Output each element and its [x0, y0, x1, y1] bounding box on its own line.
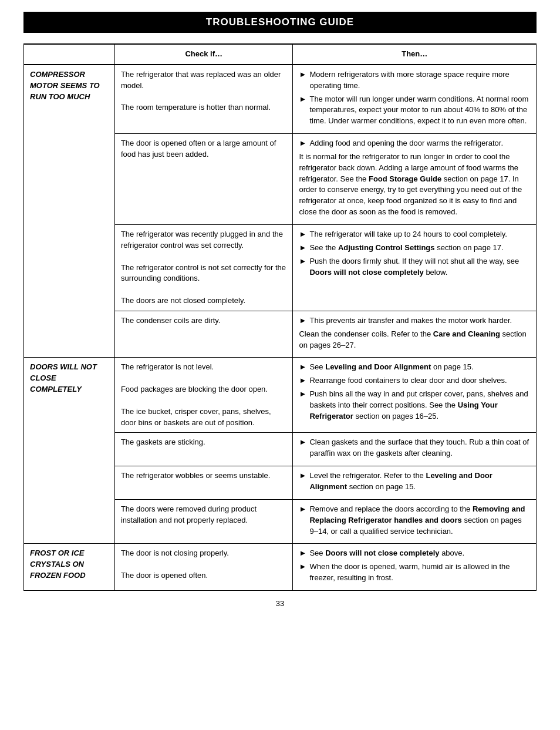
- then-cell: ►Adding food and opening the door warms …: [293, 134, 537, 225]
- then-text: Remove and replace the doors according t…: [309, 504, 530, 537]
- then-item: Clean the condenser coils. Refer to the …: [299, 329, 530, 351]
- check-cell: The refrigerator that was replaced was a…: [114, 65, 293, 134]
- check-cell: The door is not closing properly.The doo…: [114, 544, 293, 591]
- then-cell: ►The refrigerator will take up to 24 hou…: [293, 224, 537, 311]
- bullet-arrow: ►: [299, 437, 307, 448]
- then-item: ►See the Adjusting Control Settings sect…: [299, 243, 530, 254]
- then-text: When the door is opened, warm, humid air…: [309, 561, 530, 584]
- bullet-arrow: ►: [299, 375, 307, 386]
- then-text: Modern refrigerators with more storage s…: [309, 69, 530, 92]
- check-cell: The gaskets are sticking.: [114, 433, 293, 466]
- then-text: Push bins all the way in and put crisper…: [309, 389, 530, 422]
- check-cell: The refrigerator wobbles or seems unstab…: [114, 466, 293, 500]
- issue-cell: DOORS WILL NOT CLOSE COMPLETELY: [24, 358, 115, 544]
- page-number: 33: [23, 599, 537, 608]
- then-text: Adding food and opening the door warms t…: [309, 138, 530, 149]
- check-cell: The condenser coils are dirty.: [114, 311, 293, 358]
- check-cell: The doors were removed during product in…: [114, 499, 293, 544]
- then-text: See the Adjusting Control Settings secti…: [309, 243, 530, 254]
- then-item: ►Remove and replace the doors according …: [299, 504, 530, 537]
- then-cell: ►Modern refrigerators with more storage …: [293, 65, 537, 134]
- bullet-arrow: ►: [299, 548, 307, 559]
- then-item: ►This prevents air transfer and makes th…: [299, 315, 530, 327]
- then-item: It is normal for the refrigerator to run…: [299, 152, 530, 218]
- then-item: ►See Doors will not close completely abo…: [299, 548, 530, 559]
- then-text: Clean gaskets and the surface that they …: [309, 437, 530, 459]
- bullet-arrow: ►: [299, 94, 307, 105]
- then-item: ►Clean gaskets and the surface that they…: [299, 437, 530, 459]
- bullet-arrow: ►: [299, 138, 307, 149]
- then-cell: ►Clean gaskets and the surface that they…: [293, 433, 537, 466]
- table-row: COMPRESSOR MOTOR SEEMS TO RUN TOO MUCHTh…: [24, 65, 537, 134]
- then-item: ►Push the doors firmly shut. If they wil…: [299, 256, 530, 278]
- then-cell: ►Remove and replace the doors according …: [293, 499, 537, 544]
- check-cell: The refrigerator is not level.Food packa…: [114, 358, 293, 433]
- bullet-arrow: ►: [299, 256, 307, 267]
- then-text: Rearrange food containers to clear door …: [309, 375, 530, 386]
- bullet-arrow: ►: [299, 229, 307, 240]
- then-text: This prevents air transfer and makes the…: [309, 315, 530, 327]
- then-item: ►Level the refrigerator. Refer to the Le…: [299, 470, 530, 493]
- then-item: ►When the door is opened, warm, humid ai…: [299, 561, 530, 584]
- then-item: ►The motor will run longer under warm co…: [299, 94, 530, 127]
- bullet-arrow: ►: [299, 561, 307, 573]
- then-cell: ►Level the refrigerator. Refer to the Le…: [293, 466, 537, 500]
- then-item: ►See Leveling and Door Alignment on page…: [299, 362, 530, 373]
- table-row: FROST OR ICE CRYSTALS ON FROZEN FOODThe …: [24, 544, 537, 591]
- then-cell: ►See Doors will not close completely abo…: [293, 544, 537, 591]
- then-text: The motor will run longer under warm con…: [309, 94, 530, 127]
- bullet-arrow: ►: [299, 389, 307, 400]
- then-text: See Leveling and Door Alignment on page …: [309, 362, 530, 373]
- then-item: ►Rearrange food containers to clear door…: [299, 375, 530, 386]
- then-text: Level the refrigerator. Refer to the Lev…: [309, 470, 530, 493]
- check-cell: The door is opened often or a large amou…: [114, 134, 293, 225]
- bullet-arrow: ►: [299, 504, 307, 515]
- table-row: DOORS WILL NOT CLOSE COMPLETELYThe refri…: [24, 358, 537, 433]
- issue-cell: FROST OR ICE CRYSTALS ON FROZEN FOOD: [24, 544, 115, 591]
- then-text: See Doors will not close completely abov…: [309, 548, 530, 559]
- page-title: TROUBLESHOOTING GUIDE: [23, 12, 537, 33]
- bullet-arrow: ►: [299, 470, 307, 482]
- bullet-arrow: ►: [299, 362, 307, 373]
- bullet-arrow: ►: [299, 315, 307, 327]
- then-text: The refrigerator will take up to 24 hour…: [309, 229, 530, 240]
- then-item: ►Push bins all the way in and put crispe…: [299, 389, 530, 422]
- then-cell: ►See Leveling and Door Alignment on page…: [293, 358, 537, 433]
- guide-table: Check if… Then… COMPRESSOR MOTOR SEEMS T…: [23, 43, 537, 591]
- col-check-header: Check if…: [114, 44, 293, 65]
- issue-cell: COMPRESSOR MOTOR SEEMS TO RUN TOO MUCH: [24, 65, 115, 358]
- col-issue-header: [24, 44, 115, 65]
- then-text: Push the doors firmly shut. If they will…: [309, 256, 530, 278]
- then-item: ►Adding food and opening the door warms …: [299, 138, 530, 149]
- check-cell: The refrigerator was recently plugged in…: [114, 224, 293, 311]
- then-item: ►The refrigerator will take up to 24 hou…: [299, 229, 530, 240]
- then-item: ►Modern refrigerators with more storage …: [299, 69, 530, 92]
- then-cell: ►This prevents air transfer and makes th…: [293, 311, 537, 358]
- bullet-arrow: ►: [299, 69, 307, 80]
- col-then-header: Then…: [293, 44, 537, 65]
- bullet-arrow: ►: [299, 243, 307, 254]
